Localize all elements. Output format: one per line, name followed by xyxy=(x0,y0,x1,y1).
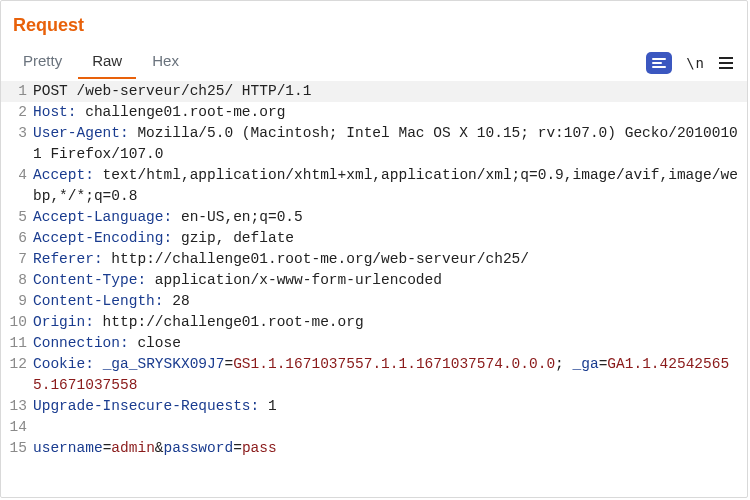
tabbar: Pretty Raw Hex \n xyxy=(1,46,747,79)
code-line: 1POST /web-serveur/ch25/ HTTP/1.1 xyxy=(1,81,747,102)
line-content: Accept-Language: en-US,en;q=0.5 xyxy=(33,207,747,228)
line-number: 12 xyxy=(1,354,33,396)
tab-pretty[interactable]: Pretty xyxy=(9,46,76,79)
line-content: Host: challenge01.root-me.org xyxy=(33,102,747,123)
line-content xyxy=(33,417,747,438)
line-content: Origin: http://challenge01.root-me.org xyxy=(33,312,747,333)
code-line: 5Accept-Language: en-US,en;q=0.5 xyxy=(1,207,747,228)
format-icon[interactable] xyxy=(646,52,672,74)
line-number: 6 xyxy=(1,228,33,249)
code-line: 4Accept: text/html,application/xhtml+xml… xyxy=(1,165,747,207)
code-line: 14 xyxy=(1,417,747,438)
svg-rect-2 xyxy=(652,66,666,68)
tab-raw[interactable]: Raw xyxy=(78,46,136,79)
line-number: 4 xyxy=(1,165,33,207)
line-content: POST /web-serveur/ch25/ HTTP/1.1 xyxy=(33,81,747,102)
code-line: 11Connection: close xyxy=(1,333,747,354)
panel-title: Request xyxy=(1,1,747,46)
line-number: 15 xyxy=(1,438,33,459)
request-panel: Request Pretty Raw Hex \n 1POST /web-ser… xyxy=(0,0,748,498)
line-number: 2 xyxy=(1,102,33,123)
line-number: 13 xyxy=(1,396,33,417)
code-line: 15username=admin&password=pass xyxy=(1,438,747,459)
line-content: Content-Type: application/x-www-form-url… xyxy=(33,270,747,291)
line-number: 5 xyxy=(1,207,33,228)
line-content: Upgrade-Insecure-Requests: 1 xyxy=(33,396,747,417)
line-content: Cookie: _ga_SRYSKX09J7=GS1.1.1671037557.… xyxy=(33,354,747,396)
line-number: 9 xyxy=(1,291,33,312)
tab-hex[interactable]: Hex xyxy=(138,46,193,79)
line-content: Referer: http://challenge01.root-me.org/… xyxy=(33,249,747,270)
line-number: 8 xyxy=(1,270,33,291)
code-line: 10Origin: http://challenge01.root-me.org xyxy=(1,312,747,333)
line-number: 1 xyxy=(1,81,33,102)
code-line: 7Referer: http://challenge01.root-me.org… xyxy=(1,249,747,270)
svg-rect-0 xyxy=(652,58,666,60)
line-content: User-Agent: Mozilla/5.0 (Macintosh; Inte… xyxy=(33,123,747,165)
code-line: 3User-Agent: Mozilla/5.0 (Macintosh; Int… xyxy=(1,123,747,165)
tabs: Pretty Raw Hex xyxy=(9,46,193,79)
line-number: 3 xyxy=(1,123,33,165)
line-number: 11 xyxy=(1,333,33,354)
line-content: Connection: close xyxy=(33,333,747,354)
line-number: 7 xyxy=(1,249,33,270)
line-number: 10 xyxy=(1,312,33,333)
code-line: 8Content-Type: application/x-www-form-ur… xyxy=(1,270,747,291)
code-line: 9Content-Length: 28 xyxy=(1,291,747,312)
line-content: username=admin&password=pass xyxy=(33,438,747,459)
code-line: 12Cookie: _ga_SRYSKX09J7=GS1.1.167103755… xyxy=(1,354,747,396)
svg-rect-1 xyxy=(652,62,662,64)
hamburger-icon[interactable] xyxy=(719,57,733,69)
toolbar-right: \n xyxy=(646,52,739,74)
line-content: Content-Length: 28 xyxy=(33,291,747,312)
code-line: 2Host: challenge01.root-me.org xyxy=(1,102,747,123)
code-line: 6Accept-Encoding: gzip, deflate xyxy=(1,228,747,249)
line-content: Accept-Encoding: gzip, deflate xyxy=(33,228,747,249)
line-content: Accept: text/html,application/xhtml+xml,… xyxy=(33,165,747,207)
request-body[interactable]: 1POST /web-serveur/ch25/ HTTP/1.12Host: … xyxy=(1,79,747,497)
line-number: 14 xyxy=(1,417,33,438)
newline-icon[interactable]: \n xyxy=(686,55,705,71)
code-line: 13Upgrade-Insecure-Requests: 1 xyxy=(1,396,747,417)
